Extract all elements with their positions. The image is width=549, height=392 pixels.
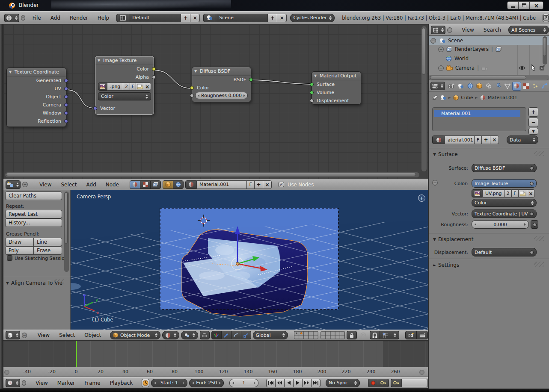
shader-tree-button[interactable] bbox=[130, 180, 140, 189]
mode-select[interactable]: Object Mode bbox=[110, 331, 160, 339]
sync-mode-select[interactable]: No Sync bbox=[326, 379, 360, 387]
outliner-vscrollbar[interactable] bbox=[543, 36, 547, 65]
unlink-image-button[interactable]: × bbox=[527, 189, 535, 197]
window-duplicate-button[interactable] bbox=[543, 14, 549, 22]
vector-node-dot[interactable] bbox=[530, 212, 534, 216]
node-header[interactable]: ▼Image Texture bbox=[95, 56, 154, 65]
translate-manipulator-button[interactable] bbox=[221, 331, 231, 339]
render-engine-select[interactable]: Cycles Render bbox=[290, 14, 334, 22]
socket-generated[interactable] bbox=[64, 79, 68, 83]
image-users-button[interactable]: 2 bbox=[504, 189, 512, 197]
scale-manipulator-button[interactable] bbox=[241, 331, 251, 339]
delete-screen-layout-button[interactable]: × bbox=[190, 14, 200, 22]
world-shader-button[interactable] bbox=[173, 180, 184, 189]
tab-render[interactable] bbox=[447, 82, 456, 91]
menu-object[interactable]: Object bbox=[80, 332, 105, 338]
unlink-image-button[interactable]: × bbox=[144, 83, 151, 91]
lock-to-scene-button[interactable] bbox=[347, 331, 357, 339]
outliner-row-scene[interactable]: − Scene bbox=[429, 36, 549, 45]
layers-widget[interactable] bbox=[294, 331, 345, 339]
socket-camera[interactable] bbox=[64, 103, 68, 107]
tab-texture[interactable] bbox=[522, 82, 531, 91]
scene-icon[interactable] bbox=[440, 95, 446, 100]
image-browse-button[interactable] bbox=[472, 189, 483, 197]
material-name-field[interactable]: Material.001 bbox=[196, 180, 247, 189]
unlink-material-button[interactable]: × bbox=[263, 180, 272, 189]
roughness-slider[interactable]: 0.000 bbox=[472, 220, 529, 229]
maximize-button[interactable] bbox=[518, 1, 530, 9]
editor-type-properties-button[interactable] bbox=[430, 82, 445, 90]
play-button[interactable] bbox=[293, 379, 303, 387]
material-slot-list[interactable]: Material.001 bbox=[432, 107, 526, 131]
opengl-render-anim-button[interactable] bbox=[416, 331, 428, 339]
menu-add[interactable]: Add bbox=[47, 15, 64, 21]
jump-prev-keyframe-button[interactable] bbox=[275, 379, 285, 387]
object-shader-button[interactable] bbox=[163, 180, 173, 189]
minimize-button[interactable] bbox=[507, 1, 519, 9]
rotate-manipulator-button[interactable] bbox=[231, 331, 241, 339]
repeat-last-button[interactable]: Repeat Last bbox=[5, 210, 62, 218]
menu-marker[interactable]: Marker bbox=[53, 380, 79, 386]
image-users-button[interactable]: 2 bbox=[123, 83, 130, 91]
panel-resize-grip[interactable] bbox=[54, 279, 64, 284]
material-slot-active[interactable]: Material.001 bbox=[434, 110, 520, 117]
menu-select[interactable]: Select bbox=[55, 332, 79, 338]
scene-icon-button[interactable] bbox=[203, 14, 216, 22]
image-name-field[interactable]: .png bbox=[107, 83, 123, 91]
pin-icon[interactable] bbox=[432, 94, 438, 100]
use-preview-range-button[interactable] bbox=[142, 379, 149, 387]
collapse-menus-button[interactable]: − bbox=[21, 15, 25, 21]
tab-material[interactable] bbox=[512, 82, 521, 91]
menu-frame[interactable]: Frame bbox=[80, 380, 104, 386]
editor-type-node-button[interactable] bbox=[6, 180, 21, 189]
collapse-icon[interactable]: ▼ bbox=[314, 72, 317, 80]
gp-erase-button[interactable]: Erase bbox=[33, 246, 62, 255]
node-editor-hscrollbar[interactable] bbox=[5, 172, 419, 177]
play-reverse-button[interactable] bbox=[284, 379, 294, 387]
scene-name-field[interactable]: Scene bbox=[216, 14, 268, 22]
expand-toggle[interactable]: − bbox=[430, 38, 436, 44]
timeline-scrollbar[interactable]: -40 -20 0 20 40 60 80 100 120 140 160 18… bbox=[3, 367, 428, 377]
node-header[interactable]: ▼Diffuse BSDF bbox=[192, 67, 251, 76]
expand-toggle[interactable]: + bbox=[438, 65, 444, 71]
add-screen-layout-button[interactable]: + bbox=[181, 14, 190, 22]
node-diffuse-bsdf[interactable]: ▼Diffuse BSDF BSDF Color Roughness 0.000 bbox=[192, 67, 251, 102]
editor-type-3dview-button[interactable] bbox=[6, 331, 20, 339]
breadcrumb-object[interactable]: Cube bbox=[461, 95, 473, 100]
current-frame-field[interactable]: 1 bbox=[229, 379, 259, 387]
screen-layout-icon-button[interactable] bbox=[116, 14, 129, 22]
panel-resize-grip[interactable] bbox=[534, 151, 544, 156]
tab-constraints[interactable] bbox=[484, 82, 493, 91]
node-material-output[interactable]: ▼Material Output Surface Volume Displace… bbox=[312, 71, 361, 105]
node-editor-vscrollbar[interactable] bbox=[421, 26, 427, 171]
socket-uv[interactable] bbox=[64, 87, 68, 91]
collapse-menus-button[interactable]: − bbox=[22, 380, 26, 386]
node-image-texture[interactable]: ▼Image Texture Color Alpha .png 2 F × Co… bbox=[95, 56, 154, 115]
jump-to-end-button[interactable] bbox=[311, 379, 320, 387]
gp-poly-button[interactable]: Poly bbox=[5, 246, 34, 255]
panel-resize-grip[interactable] bbox=[534, 262, 544, 267]
socket-volume[interactable] bbox=[310, 91, 314, 94]
compositing-tree-button[interactable] bbox=[150, 180, 161, 189]
collapse-menus-button[interactable]: − bbox=[447, 27, 452, 33]
outliner-row-renderlayers[interactable]: + RenderLayers | bbox=[438, 45, 549, 53]
transform-orientation-select[interactable]: Global bbox=[253, 331, 288, 339]
use-sketching-checkbox[interactable] bbox=[7, 255, 12, 261]
collapse-menus-button[interactable]: − bbox=[22, 333, 27, 338]
menu-view[interactable]: View bbox=[36, 182, 55, 188]
clear-paths-button[interactable]: Clear Paths bbox=[5, 192, 62, 200]
current-frame-playhead[interactable] bbox=[76, 341, 77, 367]
tab-scene[interactable] bbox=[457, 82, 466, 91]
selectable-cursor-icon[interactable] bbox=[531, 65, 536, 71]
add-material-button[interactable]: + bbox=[481, 136, 490, 144]
settings-panel-header[interactable]: ►Settings bbox=[433, 262, 459, 268]
tool-shelf-scrollbar[interactable] bbox=[64, 192, 69, 272]
surface-shader-select[interactable]: Diffuse BSDF bbox=[472, 164, 537, 172]
surface-panel-header[interactable]: ▼Surface bbox=[433, 151, 458, 157]
roughness-slider[interactable]: Roughness 0.000 bbox=[195, 92, 248, 99]
color-input-select[interactable]: Image Texture bbox=[472, 179, 537, 188]
fake-user-button[interactable]: F bbox=[474, 136, 482, 144]
add-material-button[interactable]: + bbox=[254, 180, 263, 189]
socket-alpha[interactable] bbox=[152, 75, 156, 79]
image-color-space-select[interactable]: Color bbox=[472, 199, 537, 207]
